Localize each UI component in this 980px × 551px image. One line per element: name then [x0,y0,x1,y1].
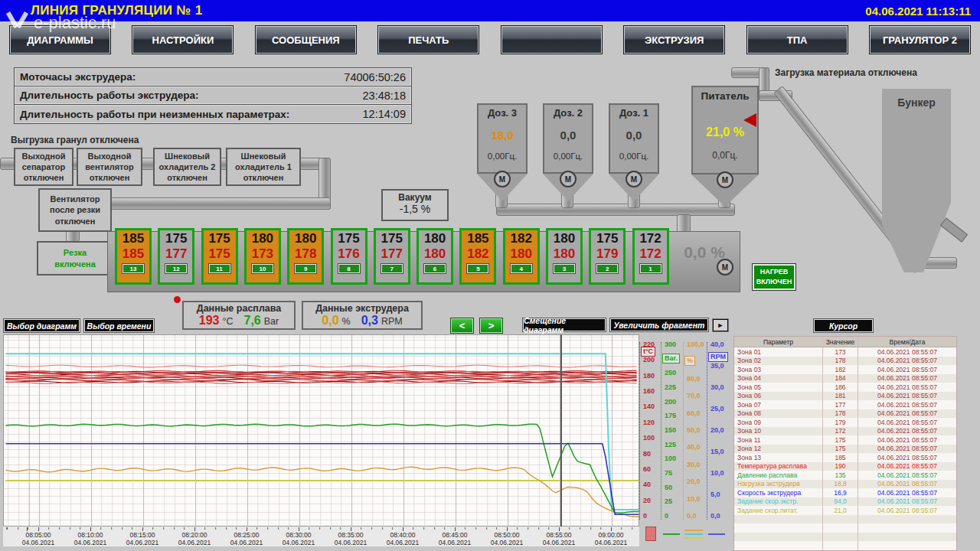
melt-data-box: Данные расплава 193 °C 7,6 Bar [182,301,296,330]
value-cell: 190 [823,462,858,471]
zone-number-badge: 13 [122,264,144,273]
zone-actual: 180 [511,246,532,262]
zone-number-badge: 4 [511,264,532,273]
scroll-left-button[interactable]: < [450,318,474,334]
time-cell: 04.06.2021 08:55:07 [858,427,956,436]
param-cell [734,541,823,550]
time-cell [858,541,956,550]
table-row: Нагрузка экструдера18,804.06.2021 08:55:… [734,480,956,489]
param-cell: Зона 04 [734,374,823,383]
zone-block[interactable]: 1751768 [331,228,368,285]
scroll-right-button[interactable]: > [479,318,503,334]
zone-block[interactable]: 1821804 [503,228,540,285]
zone-number-badge: 9 [295,264,316,273]
table-header-cell: Параметр [734,337,823,347]
zone-block[interactable]: 1801803 [546,228,583,285]
param-cell: Задание скор.питат. [734,506,823,515]
zone-number-badge: 8 [338,264,360,273]
zone-actual: 175 [208,246,230,262]
param-cell: Зона 01 [734,347,823,357]
time-cell: 04.06.2021 08:55:07 [858,471,956,480]
value-cell: 173 [823,347,858,357]
zoom-fragment-button[interactable]: Увеличить фрагмент [610,318,708,331]
chart-cursor[interactable] [560,334,562,527]
table-row: Задание скор.экстр.94,004.06.2021 08:55:… [734,497,956,507]
table-header-cell: Значение [823,337,858,347]
zone-setpoint: 175 [338,231,359,246]
zone-setpoint: 175 [596,231,618,246]
melt-press-unit: Bar [264,316,279,327]
time-cell: 04.06.2021 08:55:07 [858,374,956,383]
zone-block[interactable]: 1751792 [589,228,626,285]
zone-actual: 178 [295,246,316,262]
table-row-empty [734,523,956,533]
time-cell: 04.06.2021 08:55:07 [858,480,956,489]
time-cell [858,515,956,524]
zone-block[interactable]: 1751777 [374,228,410,285]
zone-block[interactable]: 1721721 [632,228,669,285]
zone-block[interactable]: 17517712 [158,228,194,285]
trend-series [4,335,639,526]
zone-number-badge: 11 [209,264,230,273]
table-row: Зона 0318204.06.2021 08:55:07 [734,365,956,374]
melt-press-value: 7,6 [244,314,261,328]
shift-charts-button[interactable]: Смещение диаграмм [523,318,606,331]
time-cell: 04.06.2021 08:55:07 [858,488,956,497]
motor-icon: М [626,171,642,187]
value-cell: 175 [823,435,858,445]
param-cell [734,515,823,524]
param-table-body: Зона 0117304.06.2021 08:55:07Зона 021780… [734,347,956,550]
extruder-data-title: Данные экструдера [303,303,421,314]
value-cell: 16,9 [823,488,858,497]
value-cell: 182 [823,365,858,374]
temp-legend-swatch [645,527,656,541]
time-cell: 04.06.2021 08:55:07 [858,365,956,374]
param-cell: Зона 08 [734,409,823,419]
param-table-header: ПараметрЗначениеВремя/Дата [734,337,956,347]
zone-setpoint: 175 [165,231,187,246]
param-cell: Температура расплава [734,462,823,471]
value-cell: 177 [823,400,858,409]
time-cell: 04.06.2021 08:55:07 [858,462,956,471]
zone-actual: 180 [424,246,446,262]
zone-actual: 180 [554,246,575,262]
zone-block[interactable]: 18017310 [244,228,281,285]
zone-setpoint: 175 [381,231,403,246]
table-row-empty [734,515,956,524]
select-charts-button[interactable]: Выбор диаграмм [4,319,80,332]
play-button[interactable]: ► [712,318,729,332]
zone-number-badge: 5 [467,264,488,273]
zone-number-badge: 2 [596,264,618,273]
pressure-legend-swatch [663,533,680,535]
table-row: Зона 1117504.06.2021 08:55:07 [734,435,956,445]
table-row: Зона 0817804.06.2021 08:55:07 [734,409,956,419]
extruder-data-box: Данные экструдера 0,0 % 0,3 RPM [302,301,423,330]
melt-data-title: Данные расплава [184,303,294,314]
table-row: Зона 0917904.06.2021 08:55:07 [734,418,956,427]
table-row: Зона 0117304.06.2021 08:55:07 [734,347,956,357]
zone-block[interactable]: 1801806 [416,228,453,285]
zone-actual: 179 [596,246,618,262]
time-cell: 04.06.2021 08:55:07 [858,453,956,462]
zone-actual: 176 [338,246,359,262]
zone-setpoint: 180 [424,231,446,246]
zone-setpoint: 180 [554,231,575,246]
time-cell: 04.06.2021 08:55:07 [858,400,956,409]
param-cell: Зона 06 [734,392,823,401]
time-cell: 04.06.2021 08:55:07 [858,357,956,366]
value-cell: 135 [823,471,858,480]
table-row: Зона 0717704.06.2021 08:55:07 [734,400,956,409]
zone-block[interactable]: 18518513 [115,228,152,285]
zone-actual: 177 [165,246,187,262]
param-cell: Зона 05 [734,383,823,392]
zone-block[interactable]: 17517511 [201,228,238,285]
select-time-button[interactable]: Выбор времени [84,319,154,332]
param-cell: Зона 09 [734,418,823,427]
cursor-button[interactable]: Курсор [814,319,873,332]
zone-block[interactable]: 1801789 [287,228,324,285]
zone12-alarm-dot [174,296,181,303]
zone-block[interactable]: 1851825 [459,228,496,285]
table-header-cell: Время/Дата [858,337,956,347]
zone-setpoint: 172 [639,231,661,246]
value-cell: 186 [823,383,858,392]
